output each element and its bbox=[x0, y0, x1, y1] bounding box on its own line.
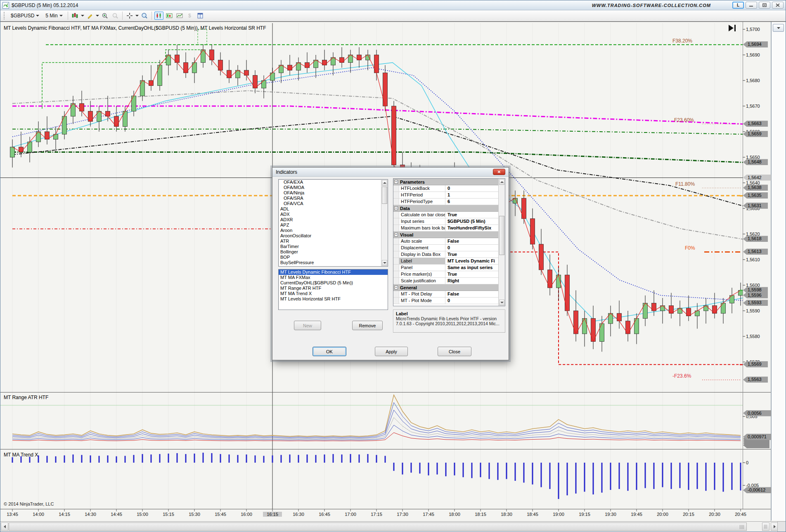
available-indicator-item[interactable]: OFA/SRA bbox=[279, 196, 388, 201]
crosshair-icon[interactable] bbox=[125, 12, 134, 20]
property-row[interactable]: MT - Plot DelayFalse bbox=[393, 291, 505, 298]
close-button[interactable] bbox=[772, 2, 784, 9]
property-row[interactable]: Price marker(s)True bbox=[393, 271, 505, 278]
resize-corner[interactable] bbox=[777, 522, 786, 532]
scroll-down-button[interactable] bbox=[382, 260, 387, 266]
properties-grid[interactable]: −ParametersHTFLookBack0HTFPeriod1HTFPeri… bbox=[393, 178, 505, 306]
zoom-in-icon[interactable] bbox=[100, 12, 109, 20]
available-indicators-list[interactable]: OFA/EXAOFA/MOAOFA/NinjaOFA/SRAOFA/VCAADL… bbox=[278, 179, 388, 267]
chart-style-selected-icon[interactable] bbox=[154, 12, 163, 20]
property-row[interactable]: HTFPeriod1 bbox=[393, 192, 505, 199]
property-value[interactable]: 1 bbox=[445, 192, 505, 198]
available-indicator-item[interactable]: ATR bbox=[279, 239, 388, 244]
grid-panel-icon[interactable] bbox=[196, 12, 205, 20]
collapse-icon[interactable]: − bbox=[394, 180, 398, 184]
available-indicator-item[interactable]: APZ bbox=[279, 222, 388, 228]
scroll-up-button[interactable] bbox=[382, 180, 387, 186]
available-indicator-item[interactable]: ADXR bbox=[279, 217, 388, 222]
property-value[interactable]: False bbox=[445, 291, 505, 297]
property-value[interactable]: True bbox=[445, 251, 505, 258]
property-value[interactable]: True bbox=[445, 271, 505, 277]
collapse-icon[interactable]: − bbox=[394, 286, 398, 289]
dialog-close-button[interactable]: ✕ bbox=[493, 169, 505, 175]
instrument-selector[interactable]: $GBPUSD bbox=[8, 12, 42, 20]
property-value[interactable]: 0 bbox=[445, 245, 505, 251]
draw-pencil-icon[interactable] bbox=[85, 12, 95, 20]
selected-indicator-item[interactable]: MT MA FXMax bbox=[279, 275, 388, 280]
property-row[interactable]: PanelSame as input series bbox=[393, 265, 505, 271]
property-row[interactable]: Auto scaleFalse bbox=[393, 238, 505, 245]
property-row[interactable]: MT - Plot Mode0 bbox=[393, 298, 505, 304]
property-row[interactable]: LabelMT Levels Dynamic Fi bbox=[393, 258, 505, 265]
property-row[interactable]: HTFPeriodType6 bbox=[393, 199, 505, 205]
available-indicator-item[interactable]: ADX bbox=[279, 212, 388, 217]
property-row[interactable]: Display in Data BoxTrue bbox=[393, 251, 505, 258]
selected-indicators-list[interactable]: MT Levels Dynamic Fibonacci HTFMT MA FXM… bbox=[278, 269, 388, 310]
selected-indicator-item[interactable]: MT Levels Dynamic Fibonacci HTF bbox=[279, 270, 388, 275]
scroll-down-button[interactable] bbox=[499, 300, 504, 305]
scroll-left-button[interactable] bbox=[1, 523, 8, 531]
available-indicator-item[interactable]: ADL bbox=[279, 206, 388, 212]
property-row[interactable]: Displacement0 bbox=[393, 245, 505, 251]
available-indicator-item[interactable]: Bollinger bbox=[279, 249, 388, 255]
property-value[interactable]: MT Levels Dynamic Fi bbox=[445, 258, 505, 264]
apply-button[interactable]: Apply bbox=[375, 347, 408, 356]
scroll-thumb[interactable] bbox=[382, 187, 387, 204]
mini-chart-icon[interactable] bbox=[175, 12, 184, 20]
chevron-down-icon[interactable] bbox=[96, 15, 99, 17]
property-group-row[interactable]: −Visual bbox=[393, 232, 505, 238]
data-box-icon[interactable] bbox=[140, 12, 149, 20]
panel-dropdown-button[interactable] bbox=[773, 24, 784, 32]
axis-splitter-button[interactable] bbox=[762, 523, 769, 531]
selected-indicator-item[interactable]: MT MA Trend X bbox=[279, 291, 388, 296]
property-value[interactable]: 0 bbox=[445, 185, 505, 192]
property-value[interactable]: Same as input series bbox=[445, 265, 505, 271]
toolbar-grip[interactable] bbox=[4, 12, 5, 19]
property-value[interactable]: True bbox=[445, 212, 505, 218]
available-indicator-item[interactable]: OFA/Ninja bbox=[279, 190, 388, 196]
property-value[interactable]: 6 bbox=[445, 199, 505, 205]
available-list-scrollbar[interactable] bbox=[381, 180, 388, 266]
available-indicator-item[interactable]: Aroon bbox=[279, 228, 388, 233]
property-row[interactable]: Maximum bars look baTwoHundredFiftySix bbox=[393, 225, 505, 232]
chart-trader-icon[interactable] bbox=[165, 12, 174, 20]
available-indicator-item[interactable]: OFA/VCA bbox=[279, 201, 388, 206]
available-indicator-item[interactable]: OFA/EXA bbox=[279, 180, 388, 185]
dialog-titlebar[interactable]: Indicators ✕ bbox=[272, 168, 509, 177]
minimize-button[interactable] bbox=[746, 2, 757, 9]
selected-indicator-item[interactable]: MT Levels Horizontal SR HTF bbox=[279, 296, 388, 302]
collapse-icon[interactable]: − bbox=[394, 233, 398, 236]
restore-button[interactable] bbox=[759, 2, 770, 9]
interval-selector[interactable]: 5 Min bbox=[43, 12, 65, 20]
chevron-down-icon[interactable] bbox=[81, 15, 84, 17]
bar-type-icon[interactable] bbox=[71, 12, 80, 20]
remove-button[interactable]: Remove bbox=[352, 321, 383, 330]
available-indicator-item[interactable]: OFA/MOA bbox=[279, 185, 388, 190]
dialog-close-action-button[interactable]: Close bbox=[438, 347, 471, 356]
scroll-up-button[interactable] bbox=[499, 179, 504, 185]
property-group-row[interactable]: −General bbox=[393, 284, 505, 291]
selected-indicator-item[interactable]: MT Range ATR HTF bbox=[279, 286, 388, 291]
property-row[interactable]: Calculate on bar closeTrue bbox=[393, 212, 505, 218]
property-value[interactable]: TwoHundredFiftySix bbox=[445, 225, 505, 231]
property-value[interactable]: $GBPUSD (5 Min) bbox=[445, 218, 505, 225]
property-row[interactable]: Input series$GBPUSD (5 Min) bbox=[393, 218, 505, 225]
available-indicator-item[interactable]: BOP bbox=[279, 255, 388, 260]
scroll-thumb[interactable] bbox=[499, 216, 504, 255]
available-indicator-item[interactable]: BarTimer bbox=[279, 244, 388, 249]
properties-scrollbar[interactable] bbox=[498, 179, 505, 306]
ok-button[interactable]: OK bbox=[313, 347, 346, 356]
collapse-icon[interactable]: − bbox=[394, 206, 398, 210]
scroll-thumb[interactable] bbox=[9, 523, 747, 531]
selected-indicator-item[interactable]: CurrentDayOHL($GBPUSD (5 Min)) bbox=[279, 280, 388, 286]
l-button[interactable]: L bbox=[732, 2, 744, 9]
horizontal-scrollbar[interactable] bbox=[0, 521, 786, 532]
property-group-row[interactable]: −Parameters bbox=[393, 179, 505, 185]
property-group-row[interactable]: −Data bbox=[393, 205, 505, 212]
available-indicator-item[interactable]: AroonOscillator bbox=[279, 233, 388, 239]
available-indicator-item[interactable]: BuySellPressure bbox=[279, 260, 388, 265]
property-value[interactable]: False bbox=[445, 238, 505, 244]
property-row[interactable]: Scale justificationRight bbox=[393, 278, 505, 284]
property-value[interactable]: Right bbox=[445, 278, 505, 284]
chevron-down-icon[interactable] bbox=[135, 15, 139, 17]
